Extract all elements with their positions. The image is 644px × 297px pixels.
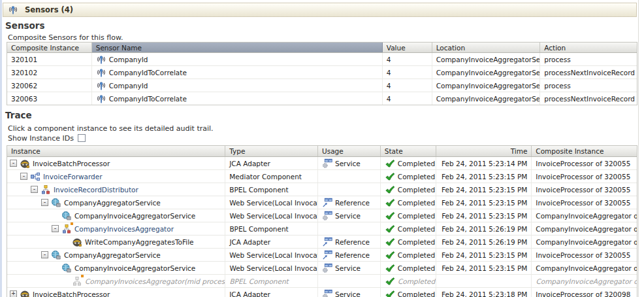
state-label: Completed xyxy=(398,238,435,246)
column-header-location[interactable]: Location xyxy=(432,43,541,52)
service-icon xyxy=(322,263,332,273)
column-header-state[interactable]: State xyxy=(381,146,436,156)
trace-caption: Click a component instance to see its de… xyxy=(8,124,214,133)
web-service-icon xyxy=(61,211,72,221)
state-cell: Completed xyxy=(381,222,436,235)
composite-instance-cell: InvoiceProcessor of 320055 xyxy=(532,196,637,209)
usage-cell xyxy=(318,222,381,235)
trace-row: +InvoiceBatchProcessorJCA AdapterService… xyxy=(7,288,637,297)
column-header-usage[interactable]: Usage xyxy=(318,146,381,156)
tree-collapse-toggle[interactable]: - xyxy=(31,186,38,193)
state-label: Completed xyxy=(398,225,435,233)
sensor-action: processNextInvoiceRecord xyxy=(540,66,637,79)
state-label: Completed xyxy=(398,290,435,297)
usage-label: Reference xyxy=(335,238,370,246)
tree-expand-toggle[interactable]: + xyxy=(10,290,17,297)
sensor-icon xyxy=(96,80,106,91)
instance-label[interactable]: InvoiceForwarder xyxy=(43,173,103,181)
instance-cell: CompanyInvoicesAggregator(mid process re… xyxy=(7,275,225,287)
sensor-name-cell: CompanyIdToCorrelate xyxy=(92,92,383,105)
sensor-name: CompanyIdToCorrelate xyxy=(109,95,187,103)
time-cell: Feb 24, 2011 5:23:15 PM xyxy=(436,183,532,196)
web-service-icon xyxy=(61,263,72,273)
trace-row: WriteCompanyAggregatesToFileJCA AdapterR… xyxy=(7,236,637,249)
type-cell: Web Service(Local Invocatio xyxy=(225,209,318,222)
state-cell: Completed xyxy=(381,183,436,196)
tree-collapse-toggle[interactable]: - xyxy=(20,173,27,180)
type-cell: JCA Adapter xyxy=(225,236,318,248)
completed-icon xyxy=(385,171,395,182)
sensor-action: process xyxy=(540,79,637,92)
usage-label: Service xyxy=(335,264,361,272)
sensor-icon xyxy=(8,5,18,15)
sensor-name: CompanyId xyxy=(109,56,148,63)
state-cell: Completed xyxy=(381,275,436,287)
trace-row: CompanyInvoiceAggregatorServiceWeb Servi… xyxy=(7,262,637,275)
completed-icon xyxy=(385,211,395,221)
usage-label: Service xyxy=(335,212,361,220)
trace-row: -InvoiceBatchProcessorJCA AdapterService… xyxy=(7,157,637,170)
show-instance-ids-label: Show Instance IDs xyxy=(8,134,74,143)
instance-label: CompanyInvoicesAggregator xyxy=(85,277,184,285)
column-header-value[interactable]: Value xyxy=(383,43,432,52)
trace-table-header: Instance Type Usage State Time Composite… xyxy=(7,146,637,157)
sensor-name-cell: CompanyId xyxy=(92,53,383,65)
trace-row: CompanyInvoicesAggregator(mid process re… xyxy=(7,275,637,288)
state-label: Completed xyxy=(398,186,435,194)
orange-marker xyxy=(71,222,73,225)
sensor-icon xyxy=(96,67,106,78)
time-cell: Feb 24, 2011 5:26:19 PM xyxy=(436,236,532,248)
reference-icon xyxy=(322,250,332,260)
orange-marker xyxy=(81,275,84,277)
completed-icon xyxy=(385,158,395,169)
column-header-instance[interactable]: Instance xyxy=(7,146,225,156)
column-header-type[interactable]: Type xyxy=(225,146,318,156)
usage-cell xyxy=(318,275,381,287)
instance-cell: -CompanyAggregatorService xyxy=(7,196,225,209)
column-header-time[interactable]: Time xyxy=(436,146,532,156)
type-cell: Mediator Component xyxy=(225,170,318,183)
show-instance-ids-checkbox[interactable] xyxy=(78,134,86,142)
instance-cell: CompanyInvoiceAggregatorService xyxy=(7,209,225,222)
instance-label[interactable]: InvoiceRecordDistributor xyxy=(54,186,138,194)
tree-collapse-toggle[interactable]: - xyxy=(41,251,48,258)
column-header-trace-composite-instance[interactable]: Composite Instance xyxy=(532,146,637,156)
usage-cell: Reference xyxy=(318,249,381,261)
tree-collapse-toggle[interactable]: - xyxy=(52,225,59,232)
state-label: Completed xyxy=(398,277,435,285)
instance-label: InvoiceBatchProcessor xyxy=(33,160,110,167)
time-cell: Feb 24, 2011 5:23:15 PM xyxy=(436,196,532,209)
tree-collapse-toggle[interactable]: - xyxy=(10,160,17,167)
sensor-icon xyxy=(96,54,106,65)
sensor-value: 4 xyxy=(383,53,432,65)
completed-icon xyxy=(385,289,395,297)
panel-title: Sensors (4) xyxy=(25,5,73,14)
state-cell: Completed xyxy=(381,249,436,261)
sensor-name: CompanyIdToCorrelate xyxy=(109,69,187,77)
state-cell: Completed xyxy=(381,209,436,222)
column-header-sensor-name[interactable]: Sensor Name xyxy=(92,43,383,52)
instance-cell: -InvoiceRecordDistributor xyxy=(7,183,225,196)
column-header-composite-instance[interactable]: Composite Instance xyxy=(7,43,92,52)
time-cell: Feb 24, 2011 5:23:14 PM xyxy=(436,157,532,169)
state-label: Completed xyxy=(398,199,435,207)
instance-label[interactable]: CompanyInvoicesAggregator xyxy=(74,225,174,233)
composite-instance-cell: InvoiceProcessor of 320098 xyxy=(532,288,637,297)
trace-row: -CompanyAggregatorServiceWeb Service(Loc… xyxy=(7,249,637,262)
sensor-row: 320102CompanyIdToCorrelate4CompanyInvoic… xyxy=(7,66,637,79)
trace-row: -CompanyAggregatorServiceWeb Service(Loc… xyxy=(7,196,637,209)
usage-cell: Service xyxy=(318,288,381,297)
time-cell: Feb 24, 2011 5:23:18 PM xyxy=(436,288,532,297)
state-label: Completed xyxy=(398,251,435,259)
tree-collapse-toggle[interactable]: - xyxy=(41,199,48,206)
mediator-icon xyxy=(30,171,40,182)
instance-label-suffix: (mid process rece xyxy=(184,277,225,285)
usage-cell: Service xyxy=(318,209,381,222)
column-header-action[interactable]: Action xyxy=(540,43,637,52)
instance-cell: CompanyInvoiceAggregatorService xyxy=(7,262,225,274)
composite-instance-cell: CompanyInvoiceAggregator of 3 xyxy=(532,222,637,235)
time-cell: Feb 24, 2011 5:23:15 PM xyxy=(436,209,532,222)
sensor-row: 320063CompanyIdToCorrelate4CompanyInvoic… xyxy=(7,92,637,105)
sensor-location: CompanyInvoiceAggregatorSe xyxy=(432,53,541,65)
time-cell: Feb 24, 2011 5:23:15 PM xyxy=(436,249,532,261)
